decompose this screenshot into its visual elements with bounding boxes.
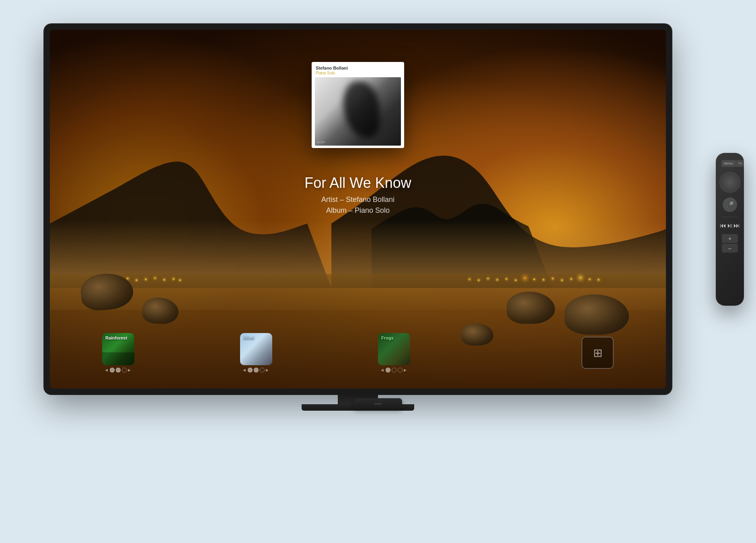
ambient-art-video: ⊞ bbox=[581, 337, 614, 369]
ambient-art-wind: Wind bbox=[240, 333, 272, 365]
remote-volume-controls: + – bbox=[720, 234, 740, 253]
album-art-figure bbox=[343, 81, 380, 138]
remote-menu-button[interactable]: MENU bbox=[721, 160, 736, 167]
ambient-art-rainforest: Rainforest bbox=[102, 333, 134, 365]
vol-bar-wind-3[interactable] bbox=[260, 368, 265, 372]
vol-bar-wind-1[interactable] bbox=[248, 368, 253, 372]
song-artist: Artist – Stefano Bollani bbox=[237, 195, 479, 204]
ambient-wind[interactable]: Wind ◀ ▶ bbox=[220, 333, 292, 372]
album-card-header: Stefano Bollani Piano Solo bbox=[315, 65, 401, 77]
song-album: Album – Piano Solo bbox=[237, 206, 479, 215]
video-grid-icon: ⊞ bbox=[593, 346, 602, 360]
ambient-frogs[interactable]: Frogs ◀ ▶ bbox=[358, 333, 430, 372]
vol-bar-2[interactable] bbox=[116, 368, 121, 372]
apple-tv-remote: MENU TV 🎤 ⏮ ⏯ ⏭ + – bbox=[716, 153, 744, 306]
remote-trackpad[interactable] bbox=[719, 172, 740, 193]
remote-top-buttons: MENU TV bbox=[720, 160, 740, 167]
apple-tv-box bbox=[354, 398, 402, 409]
album-art-image: ECM bbox=[315, 77, 401, 146]
remote-mic-button[interactable]: 🎤 bbox=[723, 197, 737, 212]
vol-bar-wind-2[interactable] bbox=[254, 368, 259, 372]
scene: Stefano Bollani Piano Solo ECM For All W… bbox=[0, 0, 756, 543]
tv: Stefano Bollani Piano Solo ECM For All W… bbox=[44, 24, 672, 418]
city-lights bbox=[50, 252, 666, 281]
volume-controls-rainforest: ◀ ▶ bbox=[105, 368, 131, 372]
ambient-label-frogs: Frogs bbox=[381, 335, 394, 340]
ambient-art-frogs: Frogs bbox=[378, 333, 410, 365]
remote-skip-forward-button[interactable]: ⏭ bbox=[733, 222, 740, 229]
song-title: For All We Know bbox=[237, 175, 479, 191]
album-card-title: Piano Solo bbox=[316, 71, 400, 76]
now-playing-info: For All We Know Artist – Stefano Bollani… bbox=[237, 175, 479, 215]
ambient-label-wind: Wind bbox=[243, 335, 254, 340]
ambient-widgets: Rainforest ◀ ▶ bbox=[50, 333, 666, 372]
microphone-icon: 🎤 bbox=[726, 201, 734, 209]
album-card-artist: Stefano Bollani bbox=[316, 65, 400, 71]
remote-divider bbox=[722, 217, 738, 217]
volume-icon-rainforest-right: ▶ bbox=[128, 368, 131, 372]
tv-frame: Stefano Bollani Piano Solo ECM For All W… bbox=[44, 24, 672, 394]
vol-bar-3[interactable] bbox=[122, 368, 127, 372]
remote-volume-down-button[interactable]: – bbox=[722, 244, 738, 253]
remote-play-controls: ⏮ ⏯ ⏭ bbox=[720, 222, 740, 229]
volume-icon-frogs-right: ▶ bbox=[404, 368, 407, 372]
volume-controls-frogs: ◀ ▶ bbox=[381, 368, 407, 372]
vol-bar-frogs-2[interactable] bbox=[392, 368, 396, 372]
volume-controls-wind: ◀ ▶ bbox=[243, 368, 269, 372]
remote-tv-button[interactable]: TV bbox=[736, 160, 745, 167]
ambient-video[interactable]: ⊞ bbox=[561, 337, 634, 369]
remote-volume-up-button[interactable]: + bbox=[722, 234, 738, 243]
remote-skip-back-button[interactable]: ⏮ bbox=[720, 222, 726, 229]
tv-screen: Stefano Bollani Piano Solo ECM For All W… bbox=[50, 30, 666, 389]
remote-play-pause-button[interactable]: ⏯ bbox=[727, 222, 733, 229]
volume-icon-wind-left: ◀ bbox=[243, 368, 246, 372]
volume-icon-wind-right: ▶ bbox=[266, 368, 269, 372]
ambient-rainforest[interactable]: Rainforest ◀ ▶ bbox=[82, 333, 154, 372]
ambient-label-rainforest: Rainforest bbox=[105, 335, 127, 340]
album-card[interactable]: Stefano Bollani Piano Solo ECM bbox=[312, 62, 404, 148]
volume-icon-rainforest: ◀ bbox=[105, 368, 108, 372]
vol-bar-frogs-3[interactable] bbox=[398, 368, 403, 372]
vol-bar-1[interactable] bbox=[110, 368, 115, 372]
ecm-label: ECM bbox=[317, 140, 325, 144]
vol-bar-frogs-1[interactable] bbox=[386, 368, 390, 372]
volume-icon-frogs-left: ◀ bbox=[381, 368, 384, 372]
